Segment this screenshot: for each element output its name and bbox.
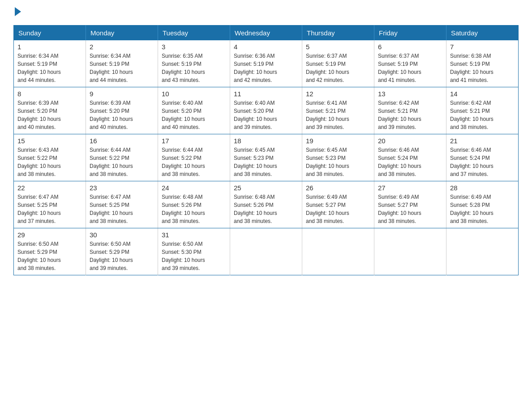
day-info: Sunrise: 6:42 AM Sunset: 5:21 PM Dayligh… [450, 99, 515, 131]
day-number: 24 [162, 184, 226, 192]
calendar-cell [230, 228, 302, 275]
day-info: Sunrise: 6:48 AM Sunset: 5:26 PM Dayligh… [234, 193, 298, 225]
day-info: Sunrise: 6:44 AM Sunset: 5:22 PM Dayligh… [162, 146, 226, 178]
calendar-cell: 10 Sunrise: 6:40 AM Sunset: 5:20 PM Dayl… [158, 87, 230, 134]
calendar-cell: 24 Sunrise: 6:48 AM Sunset: 5:26 PM Dayl… [158, 181, 230, 228]
calendar-cell: 6 Sunrise: 6:37 AM Sunset: 5:19 PM Dayli… [374, 40, 446, 87]
day-info: Sunrise: 6:42 AM Sunset: 5:21 PM Dayligh… [378, 99, 442, 131]
calendar-cell: 29 Sunrise: 6:50 AM Sunset: 5:29 PM Dayl… [14, 228, 86, 275]
day-number: 18 [234, 137, 298, 145]
week-row-2: 8 Sunrise: 6:39 AM Sunset: 5:20 PM Dayli… [14, 87, 519, 134]
day-number: 1 [17, 43, 82, 51]
calendar-cell: 5 Sunrise: 6:37 AM Sunset: 5:19 PM Dayli… [302, 40, 374, 87]
logo-arrow-icon [15, 7, 21, 16]
day-number: 5 [306, 43, 370, 51]
calendar-cell: 30 Sunrise: 6:50 AM Sunset: 5:29 PM Dayl… [86, 228, 158, 275]
day-info: Sunrise: 6:40 AM Sunset: 5:20 PM Dayligh… [162, 99, 226, 131]
day-info: Sunrise: 6:37 AM Sunset: 5:19 PM Dayligh… [378, 52, 442, 84]
day-number: 9 [90, 90, 154, 98]
calendar-cell: 25 Sunrise: 6:48 AM Sunset: 5:26 PM Dayl… [230, 181, 302, 228]
weekday-header-tuesday: Tuesday [158, 26, 230, 41]
day-number: 14 [450, 90, 515, 98]
calendar-cell: 7 Sunrise: 6:38 AM Sunset: 5:19 PM Dayli… [446, 40, 519, 87]
week-row-3: 15 Sunrise: 6:43 AM Sunset: 5:22 PM Dayl… [14, 134, 519, 181]
calendar-cell: 26 Sunrise: 6:49 AM Sunset: 5:27 PM Dayl… [302, 181, 374, 228]
day-info: Sunrise: 6:50 AM Sunset: 5:29 PM Dayligh… [17, 240, 82, 272]
weekday-header-thursday: Thursday [302, 26, 374, 41]
day-number: 20 [378, 137, 442, 145]
week-row-5: 29 Sunrise: 6:50 AM Sunset: 5:29 PM Dayl… [14, 228, 519, 275]
weekday-header-friday: Friday [374, 26, 446, 41]
day-info: Sunrise: 6:39 AM Sunset: 5:20 PM Dayligh… [90, 99, 154, 131]
logo [13, 9, 21, 16]
day-number: 2 [90, 43, 154, 51]
calendar-cell: 12 Sunrise: 6:41 AM Sunset: 5:21 PM Dayl… [302, 87, 374, 134]
day-number: 27 [378, 184, 442, 192]
day-info: Sunrise: 6:41 AM Sunset: 5:21 PM Dayligh… [306, 99, 370, 131]
day-number: 3 [162, 43, 226, 51]
calendar-cell: 4 Sunrise: 6:36 AM Sunset: 5:19 PM Dayli… [230, 40, 302, 87]
calendar-cell: 28 Sunrise: 6:49 AM Sunset: 5:28 PM Dayl… [446, 181, 519, 228]
page-header [13, 9, 519, 16]
calendar-cell: 2 Sunrise: 6:34 AM Sunset: 5:19 PM Dayli… [86, 40, 158, 87]
day-info: Sunrise: 6:43 AM Sunset: 5:22 PM Dayligh… [17, 146, 82, 178]
day-number: 15 [17, 137, 82, 145]
day-info: Sunrise: 6:50 AM Sunset: 5:30 PM Dayligh… [162, 240, 226, 272]
calendar-cell [374, 228, 446, 275]
day-info: Sunrise: 6:50 AM Sunset: 5:29 PM Dayligh… [90, 240, 154, 272]
day-number: 28 [450, 184, 515, 192]
calendar-cell [302, 228, 374, 275]
day-info: Sunrise: 6:49 AM Sunset: 5:28 PM Dayligh… [450, 193, 515, 225]
weekday-header-saturday: Saturday [446, 26, 519, 41]
weekday-header-sunday: Sunday [14, 26, 86, 41]
calendar-cell: 22 Sunrise: 6:47 AM Sunset: 5:25 PM Dayl… [14, 181, 86, 228]
day-number: 30 [90, 231, 154, 239]
calendar-cell: 17 Sunrise: 6:44 AM Sunset: 5:22 PM Dayl… [158, 134, 230, 181]
calendar-cell: 16 Sunrise: 6:44 AM Sunset: 5:22 PM Dayl… [86, 134, 158, 181]
logo-general-text [13, 9, 21, 16]
calendar-cell: 23 Sunrise: 6:47 AM Sunset: 5:25 PM Dayl… [86, 181, 158, 228]
day-info: Sunrise: 6:38 AM Sunset: 5:19 PM Dayligh… [450, 52, 515, 84]
day-number: 19 [306, 137, 370, 145]
day-info: Sunrise: 6:49 AM Sunset: 5:27 PM Dayligh… [378, 193, 442, 225]
day-info: Sunrise: 6:40 AM Sunset: 5:20 PM Dayligh… [234, 99, 298, 131]
calendar-cell: 21 Sunrise: 6:46 AM Sunset: 5:24 PM Dayl… [446, 134, 519, 181]
day-number: 4 [234, 43, 298, 51]
day-number: 25 [234, 184, 298, 192]
weekday-header-row: SundayMondayTuesdayWednesdayThursdayFrid… [14, 26, 519, 41]
day-info: Sunrise: 6:47 AM Sunset: 5:25 PM Dayligh… [17, 193, 82, 225]
day-info: Sunrise: 6:49 AM Sunset: 5:27 PM Dayligh… [306, 193, 370, 225]
day-info: Sunrise: 6:34 AM Sunset: 5:19 PM Dayligh… [90, 52, 154, 84]
calendar-cell: 14 Sunrise: 6:42 AM Sunset: 5:21 PM Dayl… [446, 87, 519, 134]
calendar-cell: 11 Sunrise: 6:40 AM Sunset: 5:20 PM Dayl… [230, 87, 302, 134]
calendar-cell: 19 Sunrise: 6:45 AM Sunset: 5:23 PM Dayl… [302, 134, 374, 181]
day-info: Sunrise: 6:35 AM Sunset: 5:19 PM Dayligh… [162, 52, 226, 84]
day-number: 8 [17, 90, 82, 98]
day-number: 29 [17, 231, 82, 239]
calendar-table: SundayMondayTuesdayWednesdayThursdayFrid… [13, 25, 519, 275]
day-number: 17 [162, 137, 226, 145]
weekday-header-monday: Monday [86, 26, 158, 41]
day-number: 23 [90, 184, 154, 192]
day-number: 31 [162, 231, 226, 239]
calendar-cell: 20 Sunrise: 6:46 AM Sunset: 5:24 PM Dayl… [374, 134, 446, 181]
calendar-cell: 9 Sunrise: 6:39 AM Sunset: 5:20 PM Dayli… [86, 87, 158, 134]
day-number: 16 [90, 137, 154, 145]
calendar-cell: 15 Sunrise: 6:43 AM Sunset: 5:22 PM Dayl… [14, 134, 86, 181]
day-number: 6 [378, 43, 442, 51]
weekday-header-wednesday: Wednesday [230, 26, 302, 41]
day-info: Sunrise: 6:47 AM Sunset: 5:25 PM Dayligh… [90, 193, 154, 225]
day-info: Sunrise: 6:44 AM Sunset: 5:22 PM Dayligh… [90, 146, 154, 178]
day-number: 11 [234, 90, 298, 98]
day-number: 10 [162, 90, 226, 98]
calendar-cell: 1 Sunrise: 6:34 AM Sunset: 5:19 PM Dayli… [14, 40, 86, 87]
week-row-1: 1 Sunrise: 6:34 AM Sunset: 5:19 PM Dayli… [14, 40, 519, 87]
week-row-4: 22 Sunrise: 6:47 AM Sunset: 5:25 PM Dayl… [14, 181, 519, 228]
day-number: 22 [17, 184, 82, 192]
day-info: Sunrise: 6:46 AM Sunset: 5:24 PM Dayligh… [378, 146, 442, 178]
day-info: Sunrise: 6:36 AM Sunset: 5:19 PM Dayligh… [234, 52, 298, 84]
day-info: Sunrise: 6:39 AM Sunset: 5:20 PM Dayligh… [17, 99, 82, 131]
calendar-cell: 27 Sunrise: 6:49 AM Sunset: 5:27 PM Dayl… [374, 181, 446, 228]
day-number: 7 [450, 43, 515, 51]
day-number: 26 [306, 184, 370, 192]
